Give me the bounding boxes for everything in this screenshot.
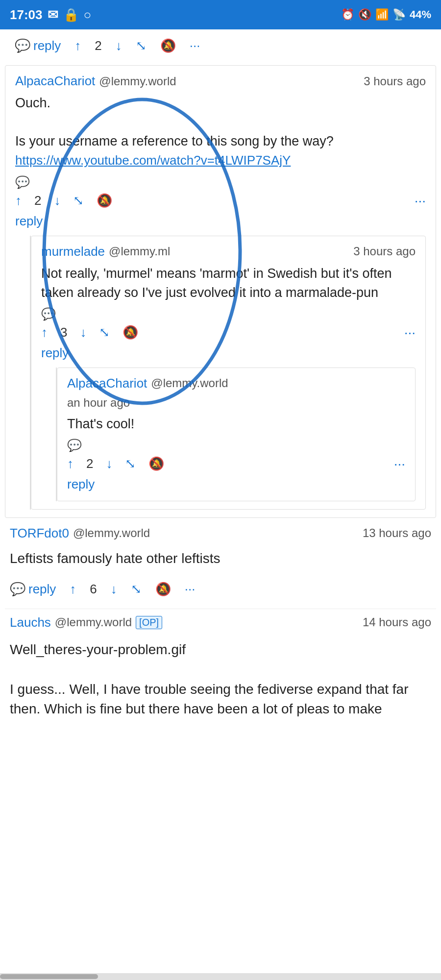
vote-count-2: 3: [60, 325, 67, 340]
scroll-thumb[interactable]: [0, 974, 98, 979]
comment-header-lauchs: Lauchs @lemmy.world [OP] 14 hours ago: [5, 615, 436, 630]
comment-body-1: Ouch. Is your username a reference to th…: [15, 94, 426, 171]
comment-body-lauchs: Well_theres-your-problem.gif I guess... …: [5, 635, 436, 723]
upvote-icon: ↑: [74, 38, 81, 53]
reply-icon: 💬: [15, 38, 30, 53]
battery-display: 44%: [410, 8, 431, 21]
vote-count-1: 2: [34, 193, 41, 208]
mute-btn-1[interactable]: 🔕: [97, 193, 112, 208]
comment-body-3: That's cool!: [67, 415, 405, 434]
instance-1: @lemmy.world: [99, 74, 176, 88]
email-icon: ✉: [48, 7, 58, 23]
expand-icon: ⤡: [136, 38, 147, 53]
upvote-btn-3[interactable]: ↑: [67, 456, 74, 471]
upvote-btn-torf[interactable]: ↑: [70, 582, 76, 597]
op-badge: [OP]: [136, 616, 162, 629]
nested-thread-1: murmelade @lemmy.ml 3 hours ago Not real…: [30, 236, 426, 510]
timestamp-3: an hour ago: [67, 396, 130, 410]
upvote-btn-1[interactable]: ↑: [15, 193, 22, 208]
username-lauchs[interactable]: Lauchs: [10, 615, 51, 630]
comment-actions-3: ↑ 2 ↓ ⤡ 🔕 ···: [67, 452, 405, 474]
username-murmelade[interactable]: murmelade: [41, 244, 105, 259]
downvote-btn-1[interactable]: ↓: [54, 193, 60, 208]
reply-btn-3[interactable]: reply: [67, 474, 95, 496]
expand-btn-1[interactable]: ⤡: [73, 193, 84, 208]
nested-thread-2: AlpacaChariot @lemmy.world an hour ago T…: [56, 368, 416, 501]
reply-icon-torf: 💬: [10, 582, 25, 597]
instance-3: @lemmy.world: [151, 376, 228, 390]
action-bar-torf: 💬 reply ↑ 6 ↓ ⤡ 🔕 ···: [5, 578, 436, 601]
scroll-bar[interactable]: [0, 973, 441, 980]
comment-alpacachariot-reply: AlpacaChariot @lemmy.world an hour ago T…: [57, 368, 416, 501]
top-action-bar: 💬 reply ↑ 2 ↓ ⤡ 🔕 ···: [0, 29, 441, 62]
thread-container: AlpacaChariot @lemmy.world 3 hours ago O…: [0, 65, 441, 723]
upvote-btn-2[interactable]: ↑: [41, 325, 48, 340]
mute-btn-3[interactable]: 🔕: [148, 456, 164, 471]
vote-count-3: 2: [86, 456, 93, 471]
instance-2: @lemmy.ml: [109, 245, 170, 258]
timestamp-torf: 13 hours ago: [363, 526, 431, 540]
comment-link-1[interactable]: https://www.youtube.com/watch?v=t4LWIP7S…: [15, 153, 291, 168]
comment-bubble-icon-2: 💬: [41, 307, 416, 321]
comment-header-3: AlpacaChariot @lemmy.world: [67, 376, 405, 391]
downvote-icon: ↓: [116, 38, 122, 53]
more-btn-torf[interactable]: ···: [185, 582, 196, 597]
instance-lauchs: @lemmy.world: [55, 615, 132, 629]
comment-body-torf: Leftists famously hate other leftists: [5, 546, 436, 573]
comment-bubble-icon-3: 💬: [67, 439, 405, 452]
more-btn-3[interactable]: ···: [394, 456, 405, 472]
comment-murmelade: murmelade @lemmy.ml 3 hours ago Not real…: [31, 236, 426, 510]
time-display: 17:03: [10, 7, 43, 23]
timestamp-1: 3 hours ago: [364, 74, 426, 88]
username-alpacachariot-2[interactable]: AlpacaChariot: [67, 376, 147, 391]
top-more-button[interactable]: ···: [190, 38, 200, 53]
reply-btn-torf[interactable]: 💬 reply: [10, 582, 56, 597]
status-bar: 17:03 ✉ 🔒 ○ ⏰ 🔇 📶 📡 44%: [0, 0, 441, 29]
top-downvote-button[interactable]: ↓: [116, 38, 122, 53]
timestamp-2: 3 hours ago: [353, 245, 416, 258]
comment-header-2: murmelade @lemmy.ml 3 hours ago: [41, 244, 416, 259]
reply-btn-2[interactable]: reply: [41, 343, 69, 365]
comment-header-torf: TORFdot0 @lemmy.world 13 hours ago: [5, 523, 436, 541]
circle-icon: ○: [84, 7, 92, 23]
username-torfdot0[interactable]: TORFdot0: [10, 526, 69, 541]
tlc-container-2: Lauchs @lemmy.world [OP] 14 hours ago We…: [5, 609, 436, 723]
timestamp-lauchs: 14 hours ago: [363, 615, 431, 629]
mute-icon: 🔇: [358, 8, 371, 21]
tlc-container-1: TORFdot0 @lemmy.world 13 hours ago Lefti…: [5, 523, 436, 601]
downvote-btn-3[interactable]: ↓: [106, 456, 112, 471]
reply-btn-1[interactable]: reply: [15, 211, 43, 233]
signal-icon: 📡: [392, 8, 406, 21]
downvote-btn-torf[interactable]: ↓: [111, 582, 117, 597]
downvote-btn-2[interactable]: ↓: [80, 325, 86, 340]
expand-btn-3[interactable]: ⤡: [125, 456, 136, 471]
expand-btn-torf[interactable]: ⤡: [131, 582, 142, 597]
wifi-icon: 📶: [375, 8, 389, 21]
alarm-icon: ⏰: [341, 8, 354, 21]
comment-actions-2: ↑ 3 ↓ ⤡ 🔕 ···: [41, 321, 416, 343]
lock-icon: 🔒: [63, 7, 79, 23]
top-mute-button[interactable]: 🔕: [160, 38, 176, 53]
top-reply-button[interactable]: 💬 reply: [15, 38, 61, 53]
instance-torf: @lemmy.world: [73, 526, 150, 540]
top-upvote-button[interactable]: ↑: [74, 38, 81, 53]
top-expand-button[interactable]: ⤡: [136, 38, 147, 53]
comment-header-1: AlpacaChariot @lemmy.world 3 hours ago: [15, 74, 426, 89]
more-icon: ···: [190, 38, 200, 53]
mute-bell-icon: 🔕: [160, 38, 176, 53]
comment-bubble-icon-1: 💬: [15, 175, 426, 189]
vote-count-torf: 6: [90, 582, 97, 597]
comment-alpacachariot: AlpacaChariot @lemmy.world 3 hours ago O…: [5, 65, 436, 518]
mute-btn-2[interactable]: 🔕: [122, 325, 138, 340]
comment-actions-1: ↑ 2 ↓ ⤡ 🔕 ···: [15, 189, 426, 211]
comment-timestamp-row-3: an hour ago: [67, 396, 405, 410]
more-btn-1[interactable]: ···: [415, 193, 426, 209]
comment-body-2: Not really, 'murmel' means 'marmot' in S…: [41, 264, 416, 302]
username-alpacachariot[interactable]: AlpacaChariot: [15, 74, 95, 89]
expand-btn-2[interactable]: ⤡: [99, 325, 110, 340]
more-btn-2[interactable]: ···: [404, 325, 416, 341]
mute-btn-torf[interactable]: 🔕: [155, 582, 171, 597]
top-vote-count: 2: [95, 38, 101, 53]
